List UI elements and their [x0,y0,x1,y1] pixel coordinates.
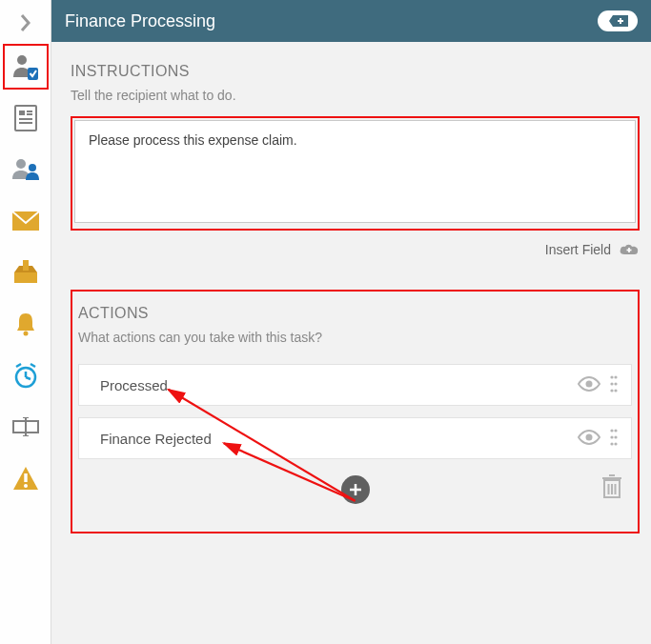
svg-line-19 [31,364,35,367]
actions-title: ACTIONS [78,305,632,322]
svg-point-14 [23,332,28,336]
actions-subtitle: What actions can you take with this task… [78,330,632,345]
ballot-box-icon [12,260,39,285]
sidebar-toggle[interactable] [4,4,48,42]
svg-line-18 [16,364,21,367]
instructions-input[interactable] [74,120,636,223]
svg-point-8 [16,159,26,169]
svg-point-38 [614,389,617,392]
svg-point-34 [614,375,617,378]
people-icon [11,157,40,182]
sidebar-item-email[interactable] [5,200,47,242]
svg-point-26 [24,484,28,488]
svg-line-17 [26,377,31,379]
svg-point-41 [614,429,617,432]
svg-point-42 [610,435,613,438]
instructions-subtitle: Tell the recipient what to do. [71,88,640,103]
actions-highlight: ACTIONS What actions can you take with t… [71,290,640,533]
person-check-icon [11,52,40,81]
add-action-button[interactable] [341,475,370,504]
content: INSTRUCTIONS Tell the recipient what to … [51,42,651,644]
drag-icon [610,429,618,446]
sidebar-item-fields[interactable] [5,406,47,448]
view-action-button[interactable] [578,430,600,448]
bell-icon [14,312,37,336]
svg-rect-3 [19,111,25,115]
drag-handle[interactable] [610,429,618,449]
eye-icon [578,376,600,392]
action-row[interactable]: Finance Rejected [78,417,632,459]
insert-field-button[interactable]: Insert Field [71,242,640,257]
document-icon [13,105,38,131]
page-title: Finance Processing [65,11,215,31]
warning-icon [12,466,39,491]
svg-rect-13 [23,260,29,271]
svg-point-45 [614,442,617,445]
svg-point-0 [17,55,27,65]
cloud-plus-icon [619,243,640,256]
instructions-title: INSTRUCTIONS [71,63,640,80]
svg-point-35 [610,382,613,385]
header-add-button[interactable] [598,10,638,31]
main: Finance Processing INSTRUCTIONS Tell the… [51,0,651,644]
svg-point-37 [610,389,613,392]
svg-point-33 [610,375,613,378]
drag-handle[interactable] [610,375,618,395]
sidebar-item-form[interactable] [5,97,47,139]
svg-point-39 [586,433,593,440]
trash-icon [601,474,622,499]
action-row[interactable]: Processed [78,364,632,406]
svg-point-40 [610,429,613,432]
chevron-right-icon [19,12,32,33]
drag-icon [610,375,618,392]
svg-point-32 [586,380,593,387]
sidebar-item-reminders[interactable] [5,303,47,345]
action-label: Finance Rejected [100,431,212,447]
plus-icon [348,482,363,497]
text-field-icon [12,417,39,436]
svg-rect-11 [14,272,37,283]
delete-action-button[interactable] [601,474,622,503]
instructions-highlight [71,116,640,231]
action-label: Processed [100,377,168,393]
svg-point-44 [610,442,613,445]
svg-point-36 [614,382,617,385]
sidebar [0,0,51,644]
svg-point-9 [29,164,36,171]
svg-point-43 [614,435,617,438]
sidebar-item-warning[interactable] [5,457,47,499]
sidebar-item-recipient[interactable] [5,46,47,88]
plus-tag-icon [605,14,630,28]
header: Finance Processing [51,0,651,42]
sidebar-item-inbox[interactable] [5,252,47,293]
envelope-icon [12,211,39,231]
sidebar-item-approvers[interactable] [5,149,47,191]
view-action-button[interactable] [578,376,600,394]
insert-field-label: Insert Field [545,242,611,257]
svg-rect-25 [24,473,27,482]
alarm-clock-icon [12,362,39,389]
sidebar-item-deadline[interactable] [5,354,47,396]
eye-icon [578,430,600,445]
